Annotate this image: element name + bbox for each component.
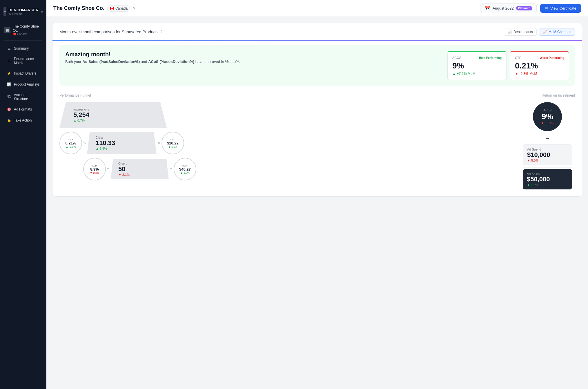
account-structure-label: Account Structure <box>14 93 40 101</box>
page-title: The Comfy Shoe Co. <box>53 5 104 11</box>
best-metric-card: ACOS Best Performing 9% ▲ +7.5% MoM <box>447 51 507 80</box>
roi-section: ACoS 9% ▼ 10.1% = Ad Spend $10,000 ▼ 5.0… <box>520 102 575 189</box>
best-metric-value: 9% <box>452 61 502 70</box>
benchmarks-button[interactable]: 📊 Benchmarks <box>504 28 537 36</box>
worst-metric-header: CTR Worst Performing <box>515 56 564 59</box>
header-left: The Comfy Shoe Co. 🇨🇦 Canada ? <box>53 5 135 12</box>
impressions-trapezoid: Impressions 5,254 ▲ 0.7% <box>59 102 167 128</box>
logo-text: BENCHMARKER <box>8 8 38 12</box>
ctr-circle: CTR 0.21% ▲ -9.3% <box>59 132 82 154</box>
impressions-metric: Impressions 5,254 ▲ 0.7% <box>73 108 89 122</box>
clicks-row: CTR 0.21% ▲ -9.3% » Clicks 110.33 ▲ 9. <box>59 132 513 154</box>
orders-change: ▼ 2.1% <box>118 173 130 176</box>
cvr-value: 8.9% <box>90 167 99 171</box>
collapse-button[interactable]: « <box>41 9 43 14</box>
ad-sales-change: ▲ 1.0% <box>527 183 568 187</box>
account-country: 🇨🇦 Canada <box>13 32 42 36</box>
ad-formats-icon: 🎯 <box>6 107 12 112</box>
aov-circle: AOV $40.27 ▲ 1.0% <box>174 158 196 180</box>
account-item[interactable]: 🏢 The Comfy Shoe Co. 🇨🇦 Canada <box>0 22 46 38</box>
worst-performing-badge: Worst Performing <box>540 56 564 59</box>
date-selector[interactable]: 📅 August 2022 Platinum <box>480 3 537 13</box>
card-header: Month-over-month comparison for Sponsore… <box>52 23 582 41</box>
clicks-label: Clicks <box>96 136 115 139</box>
certificate-icon: 👁 <box>545 6 549 10</box>
ad-spend-label: Ad Spend <box>527 148 568 151</box>
clicks-metric: Clicks 110.33 ▲ 9.9% <box>96 136 115 150</box>
cpc-change: ▲ 5.0% <box>168 145 177 148</box>
logo-sub: by perpetua <box>8 12 38 15</box>
product-analysis-icon: 📊 <box>6 82 12 87</box>
arrow-clicks-cpc: » <box>158 140 160 146</box>
logo-area: + BENCHMARKER by perpetua « <box>0 5 46 22</box>
impressions-change: ▲ 0.7% <box>73 119 89 122</box>
card-actions: 📊 Benchmarks 📈 MoM Changes <box>504 28 575 36</box>
impressions-label: Impressions <box>73 108 89 111</box>
country-badge: 🇨🇦 Canada <box>107 5 130 12</box>
alert-heading: Amazing month! <box>65 51 442 58</box>
mom-label: MoM Changes <box>549 30 571 34</box>
orders-value: 50 <box>118 165 130 173</box>
funnel-section: Performance Funnel Return on Investment … <box>52 91 582 196</box>
account-structure-icon: 🏗 <box>6 94 12 99</box>
impact-drivers-icon: ⚡ <box>6 71 12 76</box>
account-icon: 🏢 <box>4 27 10 33</box>
worst-metric-label: CTR <box>515 56 522 59</box>
ad-sales-label: Ad Sales <box>527 172 568 175</box>
alert-text: Amazing month! Both your Ad Sales (%adSa… <box>65 51 442 64</box>
sidebar-item-take-action[interactable]: 🔒 Take Action <box>2 115 44 126</box>
header-flag: 🇨🇦 <box>110 6 114 10</box>
nav-divider <box>4 40 42 41</box>
sidebar: + BENCHMARKER by perpetua « 🏢 The Comfy … <box>0 0 46 389</box>
clicks-change: ▲ 9.9% <box>96 147 115 150</box>
performance-matrix-icon: ⊞ <box>6 58 12 64</box>
acos-circle: ACoS 9% ▼ 10.1% <box>533 102 562 131</box>
arrow-cvr-orders: » <box>107 167 110 172</box>
page-header: The Comfy Shoe Co. 🇨🇦 Canada ? 📅 August … <box>46 0 588 17</box>
take-action-icon: 🔒 <box>6 118 12 123</box>
account-country-label: Canada <box>17 32 27 36</box>
header-country: Canada <box>115 6 128 10</box>
clicks-trapezoid: Clicks 110.33 ▲ 9.9% <box>87 132 157 154</box>
acos-circle-value: 9% <box>542 112 553 121</box>
ad-spend-change: ▼ 5.0% <box>527 159 568 162</box>
main-content: The Comfy Shoe Co. 🇨🇦 Canada ? 📅 August … <box>46 0 588 389</box>
tier-badge: Platinum <box>516 6 532 10</box>
benchmarks-label: Benchmarks <box>513 30 533 34</box>
clicks-value: 110.33 <box>96 139 115 147</box>
roi-label: Return on Investment <box>542 93 575 97</box>
sidebar-item-product-analysis[interactable]: 📊 Product Analisys <box>2 79 44 90</box>
sidebar-item-account-structure[interactable]: 🏗 Account Structure <box>2 90 44 104</box>
card-help-icon: ? <box>160 30 163 34</box>
impressions-value: 5,254 <box>73 111 89 119</box>
worst-metric-card: CTR Worst Performing 0.21% ▼ -9.3% MoM <box>510 51 569 80</box>
mom-icon: 📈 <box>543 30 547 34</box>
sidebar-item-ad-formats[interactable]: 🎯 Ad Formats <box>2 104 44 115</box>
calendar-icon: 📅 <box>484 6 490 11</box>
summary-label: Summary <box>14 46 29 50</box>
sidebar-item-summary[interactable]: ☰ Summary <box>2 43 44 54</box>
view-certificate-button[interactable]: 👁 View Certificate <box>540 4 581 13</box>
sidebar-item-impact-drivers[interactable]: ⚡ Impact Drivers <box>2 68 44 79</box>
main-card: Month-over-month comparison for Sponsore… <box>52 23 582 197</box>
alert-body: Both your Ad Sales (%adSalesDeviation%) … <box>65 59 442 64</box>
mom-changes-button[interactable]: 📈 MoM Changes <box>539 28 575 36</box>
cpc-circle: CPC $10.22 ▲ 5.0% <box>161 132 184 154</box>
acos-circle-label: ACoS <box>543 108 552 112</box>
impact-drivers-label: Impact Drivers <box>14 71 36 75</box>
help-icon[interactable]: ? <box>133 6 135 11</box>
arrow-ctr-clicks: » <box>83 140 86 146</box>
best-metric-change: ▲ +7.5% MoM <box>452 72 502 76</box>
cpc-value: $10.22 <box>167 141 179 145</box>
view-cert-label: View Certificate <box>550 6 576 10</box>
ctr-label: CTR <box>68 138 74 141</box>
funnel-content: Impressions 5,254 ▲ 0.7% CTR 0 <box>59 102 575 189</box>
sidebar-item-performance-matrix[interactable]: ⊞ Performance Matrix <box>2 54 44 68</box>
orders-metric: Orders 50 ▼ 2.1% <box>118 162 130 176</box>
product-analysis-label: Product Analisys <box>14 82 40 86</box>
logo-icon: + <box>3 7 6 16</box>
alert-box: Amazing month! Both your Ad Sales (%adSa… <box>59 45 575 86</box>
card-title: Month-over-month comparison for Sponsore… <box>59 30 162 34</box>
account-flag: 🇨🇦 <box>13 32 16 36</box>
best-metric-header: ACOS Best Performing <box>452 56 502 59</box>
